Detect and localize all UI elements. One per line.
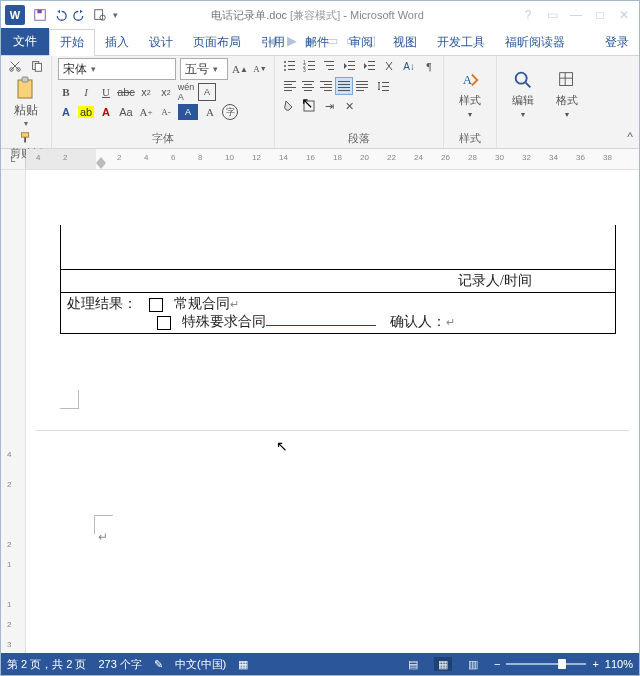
svg-rect-25 bbox=[328, 69, 334, 70]
qat-save-icon[interactable] bbox=[33, 8, 47, 22]
shrink-char-icon[interactable]: A- bbox=[158, 104, 174, 120]
minimize-button[interactable]: — bbox=[565, 8, 587, 22]
svg-rect-24 bbox=[326, 65, 334, 66]
styles-button[interactable]: A 样式▾ bbox=[450, 69, 490, 119]
numbering-icon[interactable]: 123 bbox=[301, 58, 317, 74]
subscript-button[interactable]: x2 bbox=[138, 84, 154, 100]
borders-icon[interactable] bbox=[301, 98, 317, 114]
tab-file[interactable]: 文件 bbox=[1, 28, 49, 55]
svg-rect-16 bbox=[288, 69, 295, 70]
help-button[interactable]: ? bbox=[517, 8, 539, 22]
cut-icon[interactable] bbox=[7, 58, 23, 74]
tab-insert[interactable]: 插入 bbox=[95, 30, 139, 55]
svg-rect-30 bbox=[368, 65, 375, 66]
qat-print-preview-icon[interactable] bbox=[93, 8, 107, 22]
asian-layout-icon[interactable] bbox=[381, 58, 397, 74]
multilevel-list-icon[interactable] bbox=[321, 58, 337, 74]
copy-icon[interactable] bbox=[29, 58, 45, 74]
checkbox-special[interactable] bbox=[157, 316, 171, 330]
underline-button[interactable]: U bbox=[98, 84, 114, 100]
shading-icon[interactable] bbox=[281, 98, 297, 114]
tab-view[interactable]: 视图 bbox=[383, 30, 427, 55]
para-more-icon[interactable]: ✕ bbox=[341, 98, 357, 114]
change-case-icon[interactable]: Aa bbox=[118, 104, 134, 120]
increase-indent-icon[interactable] bbox=[361, 58, 377, 74]
zoom-slider[interactable] bbox=[506, 663, 586, 665]
align-distribute-button[interactable] bbox=[353, 77, 371, 95]
collapse-ribbon-icon[interactable]: ^ bbox=[625, 128, 635, 146]
phonetic-guide-icon[interactable]: wénA bbox=[178, 84, 194, 100]
superscript-button[interactable]: x2 bbox=[158, 84, 174, 100]
zoom-level[interactable]: 110% bbox=[605, 658, 633, 670]
bullets-icon[interactable] bbox=[281, 58, 297, 74]
enclose-char-icon[interactable]: 字 bbox=[222, 104, 238, 120]
clear-format-icon[interactable]: A bbox=[178, 104, 198, 120]
show-marks-icon[interactable]: ¶ bbox=[421, 58, 437, 74]
enlarge-char-icon[interactable]: A+ bbox=[138, 104, 154, 120]
hanging-indent-marker[interactable] bbox=[96, 163, 106, 169]
checkbox-regular[interactable] bbox=[149, 298, 163, 312]
vertical-ruler[interactable]: 4 2 2 1 1 2 3 bbox=[1, 170, 26, 653]
login-link[interactable]: 登录 bbox=[595, 30, 639, 55]
paragraph-group-label: 段落 bbox=[281, 130, 437, 146]
format-painter-icon[interactable] bbox=[18, 130, 34, 146]
text-effects-icon[interactable]: A bbox=[58, 104, 74, 120]
status-spellcheck-icon[interactable]: ✎ bbox=[154, 658, 163, 671]
line-spacing-icon[interactable] bbox=[375, 78, 391, 94]
ribbon-display-button[interactable]: ▭ bbox=[541, 8, 563, 22]
view-print-icon[interactable]: ▦ bbox=[434, 657, 452, 671]
zoom-in-button[interactable]: + bbox=[592, 658, 598, 670]
grow-font-icon[interactable]: A▲ bbox=[232, 61, 248, 77]
zoom-out-button[interactable]: − bbox=[494, 658, 500, 670]
status-language[interactable]: 中文(中国) bbox=[175, 657, 226, 672]
close-button[interactable]: ✕ bbox=[613, 8, 635, 22]
font-color-icon[interactable]: A bbox=[98, 104, 114, 120]
edit-button[interactable]: 编辑▾ bbox=[503, 69, 543, 119]
font-name-combo[interactable]: 宋体▾ bbox=[58, 58, 176, 80]
status-page[interactable]: 第 2 页，共 2 页 bbox=[7, 657, 86, 672]
document-canvas[interactable]: 记录人/时间 处理结果： 常规合同↵ 特殊要求合同 确认人：↵ ↵ ↖ bbox=[26, 170, 639, 653]
tab-design[interactable]: 设计 bbox=[139, 30, 183, 55]
tab-developer[interactable]: 开发工具 bbox=[427, 30, 495, 55]
paste-button[interactable]: 粘贴 ▾ bbox=[14, 76, 38, 128]
align-right-button[interactable] bbox=[317, 77, 335, 95]
strikethrough-button[interactable]: abc bbox=[118, 84, 134, 100]
tab-references[interactable]: 引用 bbox=[251, 30, 295, 55]
align-left-button[interactable] bbox=[281, 77, 299, 95]
sort-icon[interactable]: A↓ bbox=[401, 58, 417, 74]
status-macro-icon[interactable]: ▦ bbox=[238, 658, 248, 671]
qat-redo-icon[interactable] bbox=[73, 8, 87, 22]
font-size-combo[interactable]: 五号▾ bbox=[180, 58, 228, 80]
tab-layout[interactable]: 页面布局 bbox=[183, 30, 251, 55]
ruler-tick: 22 bbox=[387, 153, 396, 162]
char-border-icon[interactable]: A bbox=[198, 83, 216, 101]
decrease-indent-icon[interactable] bbox=[341, 58, 357, 74]
paste-label: 粘贴 bbox=[14, 102, 38, 119]
font-group-label: 字体 bbox=[58, 130, 268, 146]
bold-button[interactable]: B bbox=[58, 84, 74, 100]
format-button[interactable]: 格式▾ bbox=[547, 69, 587, 119]
view-web-icon[interactable]: ▥ bbox=[464, 657, 482, 671]
maximize-button[interactable]: □ bbox=[589, 8, 611, 22]
view-read-icon[interactable]: ▤ bbox=[404, 657, 422, 671]
recorder-time-label: 记录人/时间 bbox=[458, 273, 532, 288]
underline-field[interactable] bbox=[266, 325, 376, 326]
tab-review[interactable]: 审阅 bbox=[339, 30, 383, 55]
char-shading-icon[interactable]: A bbox=[202, 104, 218, 120]
svg-rect-26 bbox=[348, 61, 355, 62]
tab-mailings[interactable]: 邮件 bbox=[295, 30, 339, 55]
page1-bottom-corner bbox=[60, 390, 79, 409]
italic-button[interactable]: I bbox=[78, 84, 94, 100]
status-words[interactable]: 273 个字 bbox=[98, 657, 141, 672]
ribbon-group-styles: A 样式▾ 样式 bbox=[444, 56, 497, 148]
qat-undo-icon[interactable] bbox=[53, 8, 67, 22]
horizontal-ruler[interactable]: 422468101214161820222426283032343638 bbox=[26, 149, 639, 169]
align-center-button[interactable] bbox=[299, 77, 317, 95]
align-justify-button[interactable] bbox=[335, 77, 353, 95]
tabs-icon[interactable]: ⇥ bbox=[321, 98, 337, 114]
tab-home[interactable]: 开始 bbox=[49, 29, 95, 56]
word-app-icon: W bbox=[5, 5, 25, 25]
highlight-color-icon[interactable]: ab bbox=[78, 104, 94, 120]
shrink-font-icon[interactable]: A▼ bbox=[252, 61, 268, 77]
tab-foxit[interactable]: 福昕阅读器 bbox=[495, 30, 575, 55]
